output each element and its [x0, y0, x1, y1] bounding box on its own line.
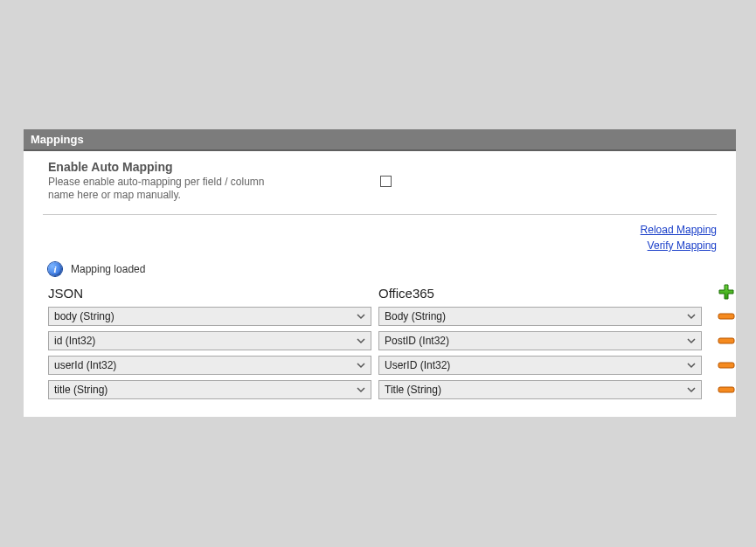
verify-mapping-link[interactable]: Verify Mapping [43, 239, 717, 252]
remove-mapping-icon[interactable] [718, 336, 735, 345]
json-field-select[interactable]: title (String) [48, 380, 371, 399]
office365-field-value: Title (String) [385, 384, 441, 396]
svg-rect-0 [718, 314, 734, 319]
json-field-select[interactable]: userId (Int32) [48, 356, 371, 375]
json-field-value: id (Int32) [54, 335, 95, 347]
enable-auto-mapping-section: Enable Auto Mapping Please enable auto-m… [43, 151, 717, 215]
chevron-down-icon [685, 310, 697, 322]
status-row: Mapping loaded [24, 257, 736, 283]
mapping-headers: JSON Office365 [24, 283, 736, 304]
json-field-select[interactable]: id (Int32) [48, 331, 371, 350]
chevron-down-icon [685, 359, 697, 371]
mappings-panel: Mappings Enable Auto Mapping Please enab… [24, 129, 736, 417]
mapping-row: title (String) Title (String) [24, 377, 736, 417]
chevron-down-icon [685, 384, 697, 396]
office365-field-value: UserID (Int32) [385, 359, 450, 371]
chevron-down-icon [355, 384, 367, 396]
office365-field-select[interactable]: PostID (Int32) [378, 331, 702, 350]
svg-rect-2 [718, 363, 734, 368]
panel-title: Mappings [24, 129, 736, 151]
office365-field-select[interactable]: UserID (Int32) [378, 356, 702, 375]
mapping-row: id (Int32) PostID (Int32) [24, 329, 736, 353]
remove-mapping-icon[interactable] [718, 312, 735, 321]
remove-mapping-icon[interactable] [718, 385, 735, 394]
svg-rect-1 [718, 338, 734, 343]
enable-description: Please enable auto-mapping per field / c… [48, 176, 293, 202]
office365-field-value: Body (String) [385, 310, 446, 322]
chevron-down-icon [685, 335, 697, 347]
json-field-value: body (String) [54, 310, 114, 322]
office365-field-select[interactable]: Title (String) [378, 380, 702, 399]
json-field-select[interactable]: body (String) [48, 307, 371, 326]
status-text: Mapping loaded [71, 263, 145, 275]
enable-title: Enable Auto Mapping [48, 160, 380, 174]
office365-field-select[interactable]: Body (String) [378, 307, 702, 326]
chevron-down-icon [355, 310, 367, 322]
svg-rect-3 [718, 387, 734, 392]
chevron-down-icon [355, 359, 367, 371]
enable-text: Enable Auto Mapping Please enable auto-m… [48, 160, 380, 202]
remove-mapping-icon[interactable] [718, 361, 735, 370]
enable-auto-mapping-checkbox[interactable] [380, 176, 392, 187]
add-mapping-icon[interactable] [718, 283, 735, 301]
mapping-links: Reload Mapping Verify Mapping [24, 215, 736, 257]
reload-mapping-link[interactable]: Reload Mapping [43, 224, 717, 236]
json-field-value: userId (Int32) [54, 359, 116, 371]
left-column-title: JSON [48, 286, 371, 301]
right-column-title: Office365 [378, 286, 702, 301]
chevron-down-icon [355, 335, 367, 347]
office365-field-value: PostID (Int32) [385, 335, 449, 347]
json-field-value: title (String) [54, 384, 108, 396]
info-icon [48, 262, 62, 276]
enable-checkbox-wrap [380, 160, 712, 187]
mapping-row: body (String) Body (String) [24, 304, 736, 329]
mapping-row: userId (Int32) UserID (Int32) [24, 353, 736, 377]
